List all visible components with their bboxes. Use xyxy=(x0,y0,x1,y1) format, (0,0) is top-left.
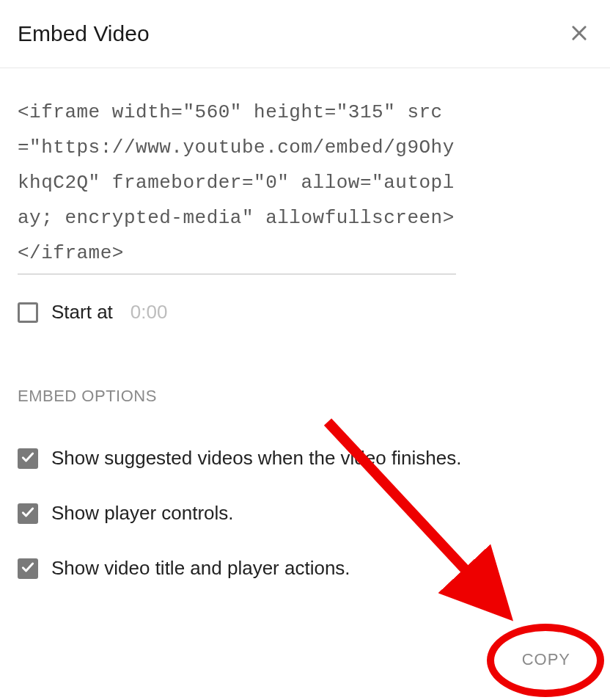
option-suggested-checkbox[interactable] xyxy=(18,448,38,469)
embed-code-text[interactable]: <iframe width="560" height="315" src="ht… xyxy=(18,95,456,274)
option-controls-label: Show player controls. xyxy=(51,502,234,525)
check-icon xyxy=(21,560,35,577)
check-icon xyxy=(21,450,35,467)
check-icon xyxy=(21,505,35,522)
dialog-title: Embed Video xyxy=(18,21,150,46)
start-at-time[interactable]: 0:00 xyxy=(131,301,168,324)
scroll-fade xyxy=(0,590,610,619)
option-title-checkbox[interactable] xyxy=(18,558,38,579)
close-icon xyxy=(569,23,589,45)
option-controls-checkbox[interactable] xyxy=(18,503,38,524)
close-button[interactable] xyxy=(566,21,592,47)
embed-options-title: EMBED OPTIONS xyxy=(18,387,592,406)
start-at-label: Start at xyxy=(51,301,113,324)
option-suggested-label: Show suggested videos when the video fin… xyxy=(51,447,461,470)
start-at-checkbox[interactable] xyxy=(18,302,38,323)
option-title-label: Show video title and player actions. xyxy=(51,557,350,580)
copy-button[interactable]: COPY xyxy=(512,643,581,677)
